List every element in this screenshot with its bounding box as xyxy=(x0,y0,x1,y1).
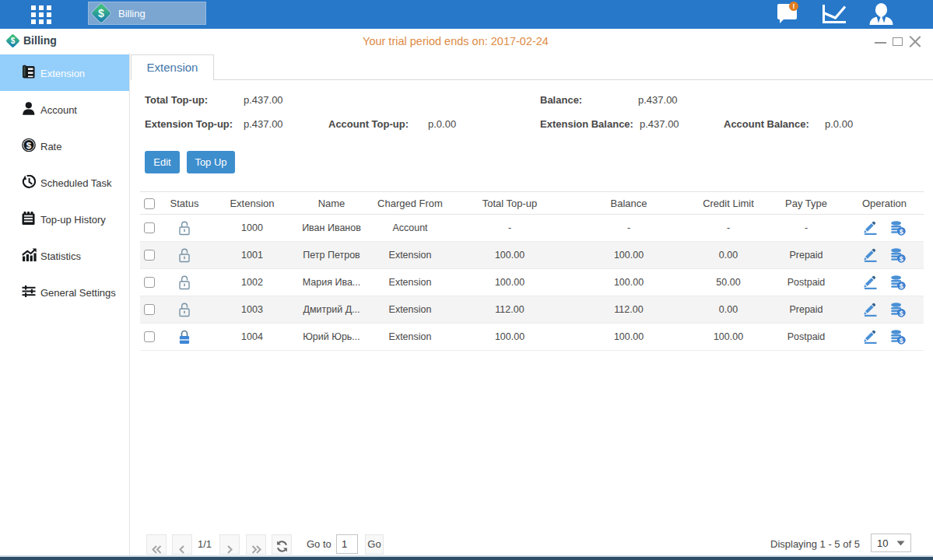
svg-text:$: $ xyxy=(26,140,32,149)
svg-text:$: $ xyxy=(900,254,903,262)
svg-text:$: $ xyxy=(900,309,903,317)
svg-text:$: $ xyxy=(900,227,903,235)
svg-text:$: $ xyxy=(900,336,903,344)
svg-text:$: $ xyxy=(900,282,903,289)
